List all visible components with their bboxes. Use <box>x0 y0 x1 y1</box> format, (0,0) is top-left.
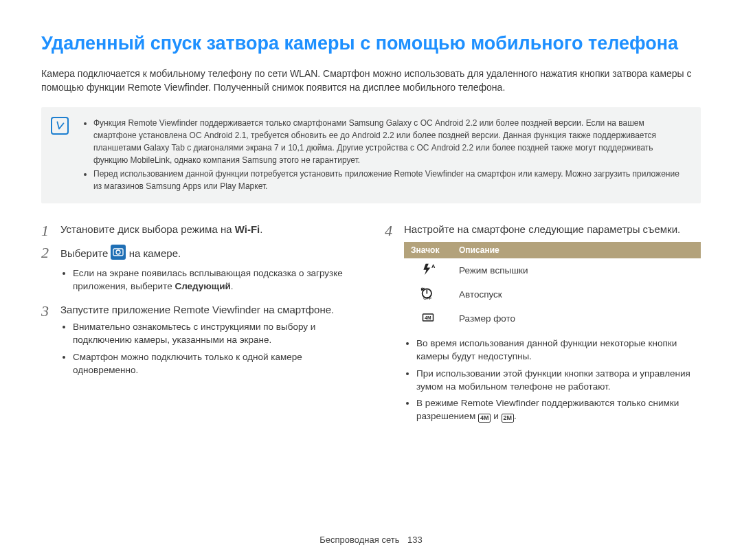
svg-text:A: A <box>431 263 436 269</box>
step2-sub-item: Если на экране появилась всплывающая под… <box>73 267 357 293</box>
step-4: 4 Настройте на смартфоне следующие парам… <box>385 223 701 428</box>
step3-sub-item: Внимательно ознакомьтесь с инструкциями … <box>73 321 357 347</box>
table-row: 4M Размер фото <box>404 306 701 331</box>
step-number: 4 <box>385 223 404 428</box>
table-desc: Режим вспышки <box>452 258 701 282</box>
table-row: OFF Автоспуск <box>404 282 701 306</box>
step4-bullet: Во время использования данной функции не… <box>416 337 701 363</box>
photo-size-icon: 4M <box>404 306 452 331</box>
note-item: Функция Remote Viewfinder поддерживается… <box>93 117 688 166</box>
left-column: 1 Установите диск выбора режима на Wi-Fi… <box>41 223 357 434</box>
table-header-desc: Описание <box>452 242 701 258</box>
settings-table: Значок Описание A Режим вспышки <box>404 242 701 331</box>
size-4m-icon: 4M <box>478 414 491 423</box>
note-box: Функция Remote Viewfinder поддерживается… <box>41 107 701 203</box>
table-desc: Размер фото <box>452 306 701 331</box>
table-header-icon: Значок <box>404 242 452 258</box>
step4-bullet: При использовании этой функции кнопки за… <box>416 368 701 394</box>
note-item: Перед использованием данной функции потр… <box>93 168 688 192</box>
remote-viewfinder-app-icon <box>111 245 126 263</box>
step1-post: . <box>260 223 262 235</box>
step2-post: на камере. <box>129 247 181 259</box>
step4-text: Настройте на смартфоне следующие парамет… <box>404 223 701 236</box>
step2-pre: Выберите <box>60 247 111 259</box>
step-2: 2 Выберите на камере. <box>41 245 357 298</box>
self-timer-icon: OFF <box>404 282 452 306</box>
step3-text: Запустите приложение Remote Viewfinder н… <box>60 303 357 317</box>
wifi-label: Wi-Fi <box>235 223 260 235</box>
step-3: 3 Запустите приложение Remote Viewfinder… <box>41 303 357 381</box>
table-row: A Режим вспышки <box>404 258 701 282</box>
right-column: 4 Настройте на смартфоне следующие парам… <box>385 223 701 434</box>
footer-page-number: 133 <box>407 535 423 545</box>
note-icon <box>51 117 69 135</box>
step1-pre: Установите диск выбора режима на <box>60 223 235 235</box>
page-footer: Беспроводная сеть 133 <box>0 535 742 545</box>
footer-section: Беспроводная сеть <box>319 535 399 545</box>
step3-sub-item: Смартфон можно подключить только к одной… <box>73 351 357 377</box>
step-number: 2 <box>41 245 60 298</box>
page-title: Удаленный спуск затвора камеры с помощью… <box>41 33 701 54</box>
svg-rect-0 <box>111 245 126 260</box>
step4-bullet: В режиме Remote Viewfinder поддерживаютс… <box>416 397 701 423</box>
table-desc: Автоспуск <box>452 282 701 306</box>
svg-text:4M: 4M <box>425 315 431 320</box>
svg-text:OFF: OFF <box>423 296 431 300</box>
step-number: 3 <box>41 303 60 381</box>
size-2m-icon: 2M <box>502 414 515 423</box>
flash-mode-icon: A <box>404 258 452 282</box>
intro-text: Камера подключается к мобильному телефон… <box>41 67 701 95</box>
step-1: 1 Установите диск выбора режима на Wi-Fi… <box>41 223 357 239</box>
step-number: 1 <box>41 223 60 239</box>
